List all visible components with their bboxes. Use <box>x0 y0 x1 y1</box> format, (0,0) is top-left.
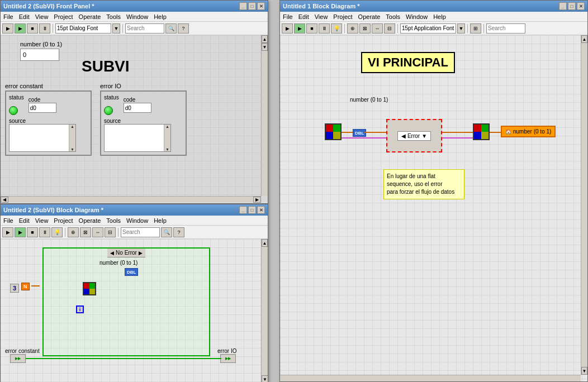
io-status-led[interactable] <box>104 106 113 115</box>
main-tool2[interactable]: ⊠ <box>359 23 371 34</box>
io-scroll-down[interactable]: ▼ <box>165 147 169 151</box>
bd-search-input[interactable] <box>121 227 160 237</box>
bd-run2-btn[interactable]: ▶ <box>15 227 26 237</box>
main-vertical-scrollbar[interactable]: ▲ ▼ <box>581 35 587 375</box>
bd-pause-btn[interactable]: ⏸ <box>39 227 50 237</box>
bd-tool3[interactable]: ↔ <box>92 227 103 237</box>
main-menu-view[interactable]: View <box>315 13 328 20</box>
main-menu-edit[interactable]: Edit <box>298 13 309 20</box>
main-tool1[interactable]: ⊕ <box>347 23 358 34</box>
sequence-header[interactable]: ◀ No Error ▶ <box>107 249 145 257</box>
bd-tool4[interactable]: ⊟ <box>105 227 116 237</box>
help-btn[interactable]: ? <box>178 23 189 34</box>
menu-edit[interactable]: Edit <box>19 13 30 20</box>
dropdown-arrow-icon[interactable]: ▼ <box>421 133 427 139</box>
main-align[interactable]: ⊞ <box>470 23 481 34</box>
font-selector[interactable] <box>55 23 111 34</box>
source-scrollbar[interactable]: ▲ ▼ <box>69 125 75 151</box>
bd-menu-file[interactable]: File <box>3 217 13 224</box>
main-abort-btn[interactable]: ■ <box>306 23 317 34</box>
menu-view[interactable]: View <box>35 13 49 20</box>
main-maximize-btn[interactable]: □ <box>568 2 576 10</box>
pause-btn[interactable]: ⏸ <box>39 23 50 34</box>
main-font-selector[interactable] <box>400 23 456 34</box>
main-run-btn[interactable]: ▶ <box>282 23 293 34</box>
menu-file[interactable]: File <box>3 13 13 20</box>
seq-right-arrow[interactable]: ▶ <box>139 250 143 256</box>
bd-menu-edit[interactable]: Edit <box>19 217 30 224</box>
main-run2-btn[interactable]: ▶ <box>294 23 305 34</box>
main-tool4[interactable]: ⊟ <box>384 23 395 34</box>
font-size-btn[interactable]: ▼ <box>112 23 120 34</box>
main-font-dd[interactable]: ▼ <box>457 23 465 34</box>
status-led[interactable] <box>9 106 18 115</box>
bd-help-btn[interactable]: ? <box>173 227 184 237</box>
scroll-up[interactable]: ▲ <box>70 125 74 128</box>
main-menu-project[interactable]: Project <box>333 13 352 20</box>
main-tool3[interactable]: ↔ <box>372 23 383 34</box>
error-dropdown[interactable]: ◀ Error ▼ <box>397 131 431 141</box>
main-menu-operate[interactable]: Operate <box>358 13 381 20</box>
bd-search-btn[interactable]: 🔍 <box>161 227 172 237</box>
close-button[interactable]: ✕ <box>257 2 265 10</box>
menu-window[interactable]: Window <box>126 13 148 20</box>
seq-left-arrow[interactable]: ◀ <box>110 250 114 256</box>
vertical-scrollbar[interactable]: ▲ ▼ <box>261 35 268 196</box>
output-terminal[interactable]: 🏠 number (0 to 1) <box>501 126 556 137</box>
main-menu-tools[interactable]: Tools <box>386 13 400 20</box>
bd-tool1[interactable]: ⊕ <box>68 227 79 237</box>
search-btn[interactable]: 🔍 <box>165 23 177 34</box>
main-sep1 <box>344 24 345 33</box>
run-arrow-btn[interactable]: ▶ <box>2 23 13 34</box>
left-subvi-icon[interactable] <box>325 123 342 140</box>
bd-menu-help[interactable]: Help <box>154 217 167 224</box>
bd-subvi-window: Untitled 2 (SubVI) Block Diagram * _ □ ✕… <box>0 204 268 382</box>
bd-menu-tools[interactable]: Tools <box>106 217 121 224</box>
main-title-buttons: _ □ ✕ <box>559 2 585 10</box>
bd-vertical-scrollbar[interactable]: ▲ ▼ <box>261 239 268 382</box>
run-btn[interactable]: ▶ <box>15 23 26 34</box>
menu-tools[interactable]: Tools <box>106 13 121 20</box>
main-sep4 <box>483 24 484 33</box>
main-minimize-btn[interactable]: _ <box>559 2 567 10</box>
source-input[interactable]: ▲ ▼ <box>9 124 76 152</box>
bd-menu-operate[interactable]: Operate <box>79 217 101 224</box>
bd-minimize-button[interactable]: _ <box>239 206 247 214</box>
main-search-input[interactable] <box>486 23 525 34</box>
main-light-btn[interactable]: 💡 <box>331 23 342 34</box>
main-pause-btn[interactable]: ⏸ <box>319 23 330 34</box>
code-input[interactable] <box>29 103 56 113</box>
horizontal-scrollbar[interactable]: ◀ ▶ <box>1 196 261 203</box>
menu-operate[interactable]: Operate <box>79 13 101 20</box>
main-close-btn[interactable]: ✕ <box>577 2 585 10</box>
menu-help[interactable]: Help <box>154 13 167 20</box>
io-source-scrollbar[interactable]: ▲ ▼ <box>164 125 170 151</box>
source-label: source <box>9 118 26 124</box>
io-code-input[interactable] <box>124 103 151 113</box>
io-scroll-up[interactable]: ▲ <box>165 125 169 128</box>
bd-run-btn[interactable]: ▶ <box>2 227 13 237</box>
abort-btn[interactable]: ■ <box>27 23 38 34</box>
main-menu-help[interactable]: Help <box>433 13 446 20</box>
bd-tool2[interactable]: ⊠ <box>80 227 91 237</box>
right-subvi-icon[interactable] <box>473 123 490 140</box>
bd-menu-project[interactable]: Project <box>54 217 73 224</box>
maximize-button[interactable]: □ <box>248 2 256 10</box>
bd-close-button[interactable]: ✕ <box>257 206 265 214</box>
bd-light-btn[interactable]: 💡 <box>51 227 63 237</box>
bd-abort-btn[interactable]: ■ <box>27 227 38 237</box>
io-status-label: status <box>104 94 119 101</box>
io-source-input[interactable]: ▲ ▼ <box>104 124 171 152</box>
bd-menu-view[interactable]: View <box>35 217 49 224</box>
menu-project[interactable]: Project <box>54 13 73 20</box>
bd-menu-window[interactable]: Window <box>126 217 148 224</box>
main-menu-file[interactable]: File <box>283 13 293 20</box>
main-horizontal-scrollbar[interactable] <box>280 375 581 381</box>
number-input[interactable] <box>20 49 59 61</box>
error-selector-box[interactable]: ◀ Error ▼ <box>386 119 442 152</box>
bd-maximize-button[interactable]: □ <box>248 206 256 214</box>
search-input[interactable] <box>125 23 164 34</box>
scroll-down[interactable]: ▼ <box>70 147 74 151</box>
main-menu-window[interactable]: Window <box>406 13 428 20</box>
minimize-button[interactable]: _ <box>239 2 247 10</box>
